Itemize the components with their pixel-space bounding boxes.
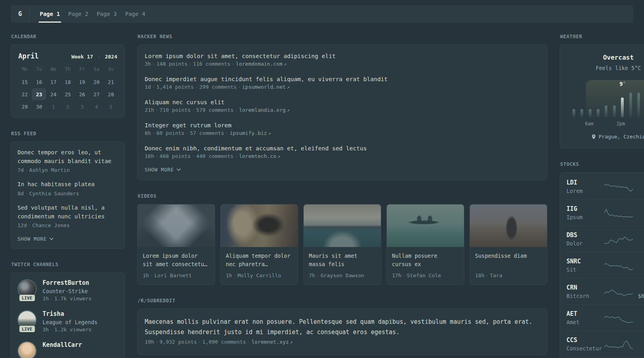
stock-change: +0.92% [634,310,644,317]
external-link-icon: ↗ [287,84,290,90]
stock-price: $42.04 [634,214,644,220]
calendar-day: 28 [104,88,118,100]
stock-symbol: LDI [566,179,603,186]
rss-show-more-button[interactable]: SHOW MORE [17,236,118,242]
rss-item-title[interactable]: Sed volutpat nulla nisl, a condimentum n… [17,204,118,221]
weather-bar-column [602,90,610,117]
video-card[interactable]: Lorem ipsum dolor sit amet consectetu…1h… [137,204,215,285]
separator-dot: · [191,107,196,113]
stock-symbol: SNRC [566,258,603,265]
stock-row[interactable]: CRNBitcorn-1.00%$66,171.48 [566,278,644,305]
hackernews-item-title[interactable]: Integer eget rutrum lorem [145,122,540,128]
twitch-channel-row[interactable]: LIVETrishaLeague of Legends3h·1.2k viewe… [17,310,118,333]
external-link-icon: ↗ [287,107,290,113]
video-title[interactable]: Mauris sit amet massa felis [304,247,381,268]
chevron-down-icon [49,237,54,240]
stock-row[interactable]: SNRCSit+1.36%$148.64 [566,252,644,278]
stock-values: +4.35%$795.18 [634,179,644,194]
tab-page-1[interactable]: Page 1 [40,5,60,23]
separator-dot: · [154,107,159,113]
calendar-grid: MoTuWeThFrSaSu15161718192021222324252627… [17,66,118,113]
calendar-day: 5 [104,101,118,113]
meta-part: 7d [17,167,24,173]
video-title[interactable]: Suspendisse diam [470,247,547,268]
rss-section: RSS FEED Donec tempor eros leo, ut commo… [11,131,125,249]
video-card[interactable]: Mauris sit amet massa felis7h·Grayson Da… [303,204,381,285]
hackernews-show-more-button[interactable]: SHOW MORE [145,167,540,173]
weather-feels-like: Feels like 5°C [566,65,644,71]
weather-bar-column [634,90,642,117]
calendar-day-selected: 23 [32,88,46,100]
hackernews-item-title[interactable]: Donec enim nibh, condimentum et accumsan… [145,145,540,152]
source-link[interactable]: loremnet.xyz [251,339,289,345]
tab-page-4[interactable]: Page 4 [125,5,145,23]
item-meta: 18h·Tara [470,268,547,284]
column-right: WEATHER Overcast Feels like 5°C 9° 6am2p… [560,34,644,358]
hackernews-item-title[interactable]: Lorem ipsum dolor sit amet, consectetur … [145,53,540,59]
twitch-channel-row[interactable]: KendallCarr [17,341,118,358]
weather-hour-labels: 6am2pm10pm [570,121,644,127]
calendar-day: 1 [46,101,60,113]
rss-item-title[interactable]: In hac habitasse platea [17,180,118,189]
separator-dot: · [237,84,242,90]
meta-part: 1,090 comments [202,339,246,345]
twitch-channel-name[interactable]: ForrestBurton [43,279,91,286]
separator-dot: · [24,167,29,173]
sparkline-chart [604,311,633,324]
twitch-channel-name[interactable]: KendallCarr [43,341,82,348]
rss-item-title[interactable]: Donec tempor eros leo, ut commodo mauris… [17,148,118,165]
calendar-weekday: Sa [89,66,104,76]
tab-page-2[interactable]: Page 2 [68,5,89,23]
source-link[interactable]: ipsumworld.net [242,84,286,90]
meta-part: 1h [43,296,49,302]
video-title[interactable]: Aliquam tempor dolor nec pharetra… [221,247,298,268]
separator-dot: · [49,296,54,302]
video-title[interactable]: Nullam posuere cursus ex [387,247,464,268]
calendar-day: 29 [17,101,32,113]
stock-row[interactable]: LDILorem+4.35%$795.18 [566,173,644,200]
weather-section: WEATHER Overcast Feels like 5°C 9° 6am2p… [560,34,644,148]
separator-dot: · [49,327,54,333]
source-link[interactable]: loremlandia.org [239,107,285,113]
stock-row[interactable]: DBSDolor+1.42%$156.28 [566,226,644,252]
stock-row[interactable]: CCSConsectetur+0.51%$165.84 [566,331,644,357]
video-card[interactable]: Suspendisse diam18h·Tara [469,204,547,285]
separator-dot: · [96,54,102,60]
meta-part: 710 points [159,107,190,113]
hackernews-section: HACKER NEWS Lorem ipsum dolor sit amet, … [137,34,547,180]
item-meta: 21h·710 points·579 comments·loremlandia.… [145,107,540,113]
source-link[interactable]: loremtech.co [239,153,276,159]
stock-row[interactable]: IIGIpsum+2.84%$42.04 [566,200,644,226]
rss-item: Donec tempor eros leo, ut commodo mauris… [17,148,118,173]
video-card[interactable]: Nullam posuere cursus ex17h·Stefan Cole [386,204,464,285]
twitch-channel-row[interactable]: LIVEForrestBurtonCounter-Strike1h·1.7k v… [17,279,118,302]
hackernews-item-title[interactable]: Aliquam nec cursus elit [145,99,540,105]
separator-dot: · [232,272,238,278]
calendar-week-prefix: Week [71,54,83,60]
hackernews-item: Integer eget rutrum lorem6h·60 points·57… [145,122,540,136]
video-title[interactable]: Lorem ipsum dolor sit amet consectetu… [138,247,215,268]
app-logo[interactable]: G [11,5,30,23]
rss-list: Donec tempor eros leo, ut commodo mauris… [17,148,118,228]
external-link-icon: ↗ [277,154,280,159]
twitch-channel-name[interactable]: Trisha [43,310,97,317]
weather-bar-column [627,90,634,117]
weather-bar [589,109,592,117]
source-link[interactable]: loremdomain.com [236,61,282,67]
stock-symbol: CRN [566,284,603,291]
stock-row[interactable]: AETAmet+0.92%$499.72 [566,305,644,331]
rss-item: Sed volutpat nulla nisl, a condimentum n… [17,204,118,228]
meta-part: 7h [309,272,315,278]
source-link[interactable]: ipsumify.biz [230,130,267,136]
calendar-week: Week 17 · 2024 [71,54,117,60]
stock-change: +0.51% [634,337,644,344]
twitch-channel-game: League of Legends [43,319,97,325]
subreddit-item-title[interactable]: Maecenas mollis pulvinar erat non posuer… [145,317,540,337]
video-card[interactable]: Aliquam tempor dolor nec pharetra…1h·Mol… [220,204,298,285]
tab-page-3[interactable]: Page 3 [97,5,117,23]
hackernews-item-title[interactable]: Donec imperdiet augue tincidunt felis al… [145,76,540,82]
calendar-year: 2024 [105,54,117,60]
calendar-week-number: 17 [87,54,93,60]
item-meta: 1h·1.7k viewers [43,296,91,302]
subreddit-list: Maecenas mollis pulvinar erat non posuer… [145,317,540,345]
